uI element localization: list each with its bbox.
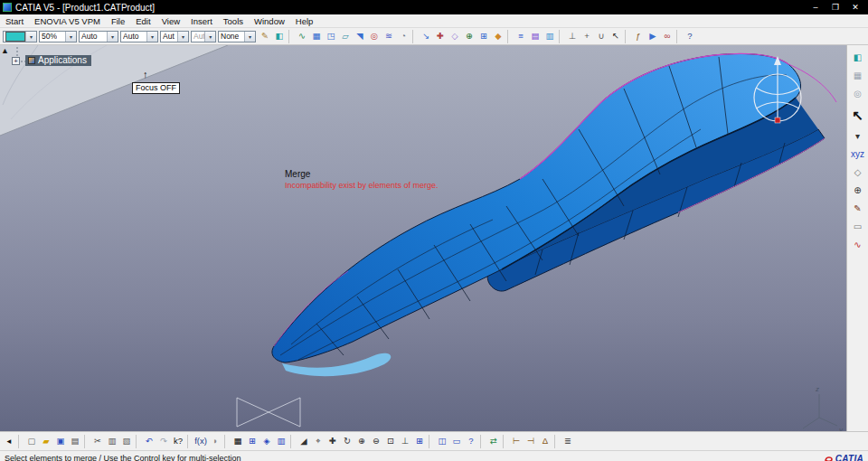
swap-visible-space-icon[interactable]: ⇄ (486, 434, 501, 448)
quick-print-icon[interactable]: ▤ (68, 434, 82, 448)
toolbar-separator (290, 435, 295, 448)
menu-file[interactable]: File (106, 16, 130, 26)
menu-view[interactable]: View (156, 16, 185, 26)
align-lines-icon[interactable]: ≡ (514, 29, 528, 43)
undo-icon[interactable]: ↶ (142, 434, 156, 448)
measure-item-icon[interactable]: ⊣ (524, 434, 538, 448)
paste-icon[interactable]: ▧ (119, 434, 134, 448)
axis-cross-icon[interactable]: ✚ (433, 29, 448, 43)
redo-icon[interactable]: ↷ (156, 434, 171, 448)
paint-style-icon[interactable]: ✎ (258, 29, 272, 43)
menu-start[interactable]: Start (0, 16, 29, 26)
focus-target-icon[interactable]: ◎ (367, 29, 382, 43)
split-view-icon[interactable]: ◢ (297, 434, 311, 448)
frame-tool-icon[interactable]: ⊞ (476, 29, 491, 43)
draw-pencil-icon[interactable]: ✎ (850, 202, 866, 215)
flyout-more-icon[interactable]: ▾ (850, 129, 866, 143)
magnet-tool-icon[interactable]: ∪ (594, 29, 609, 43)
world-globe-icon[interactable]: ⊕ (850, 183, 866, 197)
line-weight-select[interactable]: Auto ▾ (79, 31, 118, 42)
named-views-icon[interactable]: ▭ (449, 434, 464, 448)
globe-tool-icon[interactable]: ⊕ (462, 29, 476, 43)
menu-help[interactable]: Help (290, 16, 319, 26)
compass-snap-icon[interactable]: ◈ (259, 434, 274, 448)
layer-select[interactable]: None ▾ (218, 31, 256, 42)
formula-icon[interactable]: f(x) (193, 434, 208, 448)
mass-properties-icon[interactable]: Δ (538, 434, 552, 448)
normal-view-icon[interactable]: ⊥ (398, 434, 412, 448)
corner-tool-icon[interactable]: ◥ (353, 29, 367, 43)
control-points-icon[interactable]: ◳ (324, 29, 338, 43)
wave-analysis-icon[interactable]: ≋ (382, 29, 396, 43)
graph-list-icon[interactable]: ⊞ (245, 434, 259, 448)
anchor-tool-icon[interactable]: ⊥ (565, 29, 580, 43)
pointer-tool-icon[interactable]: ↖ (609, 29, 623, 43)
save-document-icon[interactable]: ▣ (53, 434, 68, 448)
maximize-button[interactable]: ❐ (826, 1, 845, 14)
arrow-tool-icon[interactable]: ↘ (419, 29, 433, 43)
freestyle-surface-icon[interactable]: ◧ (850, 51, 866, 64)
specification-tree-icon[interactable]: ▦ (231, 434, 245, 448)
fit-all-in-icon[interactable]: ⊡ (383, 434, 398, 448)
catalog-browser-icon[interactable]: ≣ (561, 434, 575, 448)
multi-view-icon[interactable]: ◫ (435, 434, 449, 448)
curve-analysis-icon[interactable]: ∿ (295, 29, 309, 43)
toggle-grid-icon[interactable]: ⊞ (412, 434, 427, 448)
color-select[interactable]: ▾ (3, 31, 37, 42)
tree-expander-icon[interactable]: + (12, 57, 20, 65)
menu-enovia[interactable]: ENOVIA V5 VPM (29, 16, 106, 26)
cut-icon[interactable]: ✂ (90, 434, 105, 448)
apply-material-icon[interactable]: ◧ (272, 29, 287, 43)
menu-tools[interactable]: Tools (218, 16, 249, 26)
zoom-in-icon[interactable]: ⊕ (354, 434, 369, 448)
tree-node-applications[interactable]: Applications (25, 55, 91, 66)
point-symbol-select[interactable]: Aut ▾ (160, 31, 189, 42)
view-mode-icon[interactable]: ? (464, 434, 478, 448)
menu-edit[interactable]: Edit (130, 16, 156, 26)
render-option-icon[interactable]: ◎ (850, 87, 866, 100)
pan-view-icon[interactable]: ✚ (326, 434, 340, 448)
erase-tool-icon[interactable]: ▭ (850, 220, 866, 233)
whats-this-icon[interactable]: k? (171, 434, 185, 448)
measure-between-icon[interactable]: ⊢ (509, 434, 524, 448)
menu-window[interactable]: Window (249, 16, 290, 26)
stack-tool-icon[interactable]: ▥ (542, 29, 557, 43)
open-document-icon[interactable]: ▰ (39, 434, 53, 448)
surface-mesh-icon[interactable]: ▦ (309, 29, 324, 43)
overflow-left-icon[interactable]: ◂ (2, 434, 16, 448)
new-document-icon[interactable]: ▢ (24, 434, 39, 448)
zoom-out-icon[interactable]: ⊖ (369, 434, 383, 448)
chevron-down-icon: ▾ (177, 32, 188, 42)
link-manager-icon[interactable]: ∞ (660, 29, 675, 43)
center-graph-icon[interactable]: ⌖ (311, 434, 326, 448)
plane-diamond-icon[interactable]: ◇ (448, 29, 462, 43)
toolbar-separator (676, 30, 681, 43)
copy-icon[interactable]: ▥ (105, 434, 119, 448)
close-button[interactable]: ✕ (845, 1, 865, 14)
surface-model[interactable] (272, 53, 836, 376)
help-tool-icon[interactable]: ? (683, 29, 697, 43)
layers-tool-icon[interactable]: ▤ (528, 29, 542, 43)
tree-scroll-arrow-icon[interactable]: ▲ (1, 46, 9, 55)
minimize-button[interactable]: – (806, 1, 826, 14)
snap-tool-icon[interactable]: + (580, 29, 594, 43)
red-curve-icon[interactable]: ∿ (850, 238, 866, 251)
macro-play-icon[interactable]: ▶ (646, 29, 660, 43)
knowledge-formula-icon[interactable]: ƒ (631, 29, 646, 43)
axis-xyz-icon[interactable]: xyz (850, 147, 866, 161)
3d-viewport[interactable]: z x y ▲ + Applications ↑ Focus OFF Merge… (0, 45, 846, 431)
data-grid-icon[interactable]: ▥ (274, 434, 288, 448)
style-view-icon[interactable]: ▦ (850, 69, 866, 82)
blend-tool-icon[interactable]: ◆ (491, 29, 505, 43)
geometry-set-icon[interactable]: ◇ (850, 165, 866, 179)
select-cursor-icon[interactable]: ↖ (850, 105, 866, 125)
surface-main[interactable] (272, 53, 801, 362)
shade-tool-icon[interactable]: ◔ (396, 29, 410, 43)
rotate-view-icon[interactable]: ↻ (340, 434, 354, 448)
menu-insert[interactable]: Insert (185, 16, 218, 26)
opacity-select[interactable]: 50% ▾ (39, 31, 77, 42)
datum-plane-icon[interactable]: ▱ (338, 29, 353, 43)
annotation-icon[interactable]: ◗ (208, 434, 222, 448)
line-type-select[interactable]: Auto ▾ (120, 31, 158, 42)
catia-brand: CATIA (824, 453, 863, 461)
